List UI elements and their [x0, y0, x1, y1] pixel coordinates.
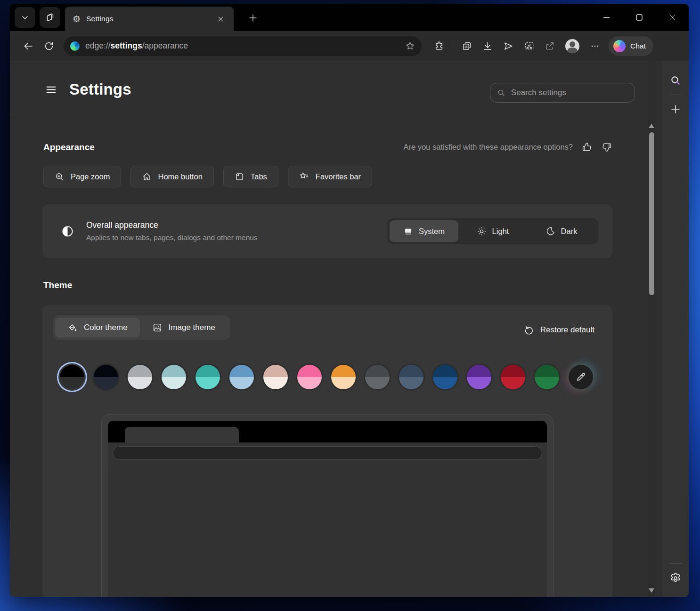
- header-divider: [10, 114, 641, 114]
- scrollbar-thumb[interactable]: [649, 132, 654, 295]
- search-settings-box[interactable]: [490, 83, 635, 103]
- search-settings-input[interactable]: [511, 88, 628, 97]
- sidebar-settings-button[interactable]: [666, 569, 685, 587]
- edge-logo-icon: [70, 41, 80, 51]
- sun-icon: [477, 226, 487, 236]
- color-swatch[interactable]: [467, 365, 491, 389]
- downloads-button[interactable]: [478, 36, 497, 56]
- toolbar-divider: [453, 40, 453, 52]
- tab-actions-menu-button[interactable]: [15, 7, 35, 28]
- color-swatch[interactable]: [331, 365, 356, 389]
- sidebar-search-button[interactable]: [666, 71, 685, 90]
- plus-icon: [670, 104, 681, 115]
- color-swatch[interactable]: [60, 365, 84, 389]
- zoom-magnifier-icon: [55, 172, 65, 182]
- image-theme-tab[interactable]: Image theme: [140, 318, 228, 338]
- scroll-up-arrow[interactable]: [649, 124, 654, 128]
- theme-heading: Theme: [43, 280, 72, 290]
- address-bar[interactable]: edge://settings/appearance: [64, 36, 422, 56]
- image-icon: [152, 322, 163, 333]
- favorites-bar-button[interactable]: Favorites bar: [288, 166, 372, 187]
- settings-header: Settings: [10, 61, 641, 101]
- back-arrow-icon: [23, 40, 34, 52]
- tab-strip: ⚙ Settings: [10, 4, 689, 31]
- back-button[interactable]: [18, 36, 38, 56]
- workspaces-button[interactable]: [40, 7, 60, 28]
- share-icon: [545, 41, 555, 51]
- extensions-button[interactable]: [429, 36, 449, 56]
- page-zoom-button[interactable]: Page zoom: [43, 166, 121, 187]
- color-swatch[interactable]: [162, 365, 186, 389]
- puzzle-icon: [434, 41, 444, 51]
- settings-and-more-button[interactable]: [585, 36, 605, 56]
- copilot-chat-button[interactable]: Chat: [609, 36, 653, 56]
- paint-bucket-icon: [67, 322, 78, 333]
- feedback-row: Are you satisfied with these appearance …: [403, 141, 613, 153]
- profile-button[interactable]: [561, 36, 584, 56]
- settings-page-content: Settings Appearance Are you satisfied wi…: [10, 61, 689, 597]
- settings-menu-button[interactable]: [43, 82, 59, 97]
- home-button-setting[interactable]: Home button: [130, 166, 213, 187]
- web-capture-icon: [524, 40, 535, 51]
- chevron-down-icon: [20, 13, 30, 22]
- minimize-button[interactable]: [590, 4, 623, 31]
- color-swatch[interactable]: [195, 365, 220, 389]
- sidebar-divider-bottom: [669, 563, 682, 564]
- overall-appearance-subtitle: Applies to new tabs, pages, dialogs and …: [86, 233, 258, 242]
- search-icon: [497, 88, 505, 97]
- thumbs-up-button[interactable]: [580, 141, 593, 153]
- tabs-setting-button[interactable]: Tabs: [223, 166, 278, 187]
- close-window-button[interactable]: [656, 4, 689, 31]
- scroll-down-arrow[interactable]: [649, 588, 654, 593]
- color-swatch[interactable]: [297, 365, 322, 389]
- send-to-devices-button[interactable]: [498, 36, 518, 56]
- theme-type-switcher: Color theme Image theme: [53, 315, 230, 340]
- share-button[interactable]: [540, 36, 560, 56]
- settings-main-pane: Settings Appearance Are you satisfied wi…: [10, 61, 641, 597]
- color-swatch[interactable]: [229, 365, 254, 389]
- star-icon: [405, 41, 415, 51]
- thumbs-down-button[interactable]: [601, 141, 613, 153]
- tab-title: Settings: [86, 15, 210, 23]
- search-icon: [670, 75, 681, 86]
- custom-color-eyedropper-button[interactable]: [569, 365, 593, 389]
- restore-icon: [524, 325, 534, 335]
- maximize-button[interactable]: [623, 4, 656, 31]
- mode-dark-button[interactable]: Dark: [527, 220, 596, 242]
- eyedropper-icon: [575, 371, 586, 383]
- color-swatch[interactable]: [128, 365, 152, 389]
- edge-browser-window: ⚙ Settings: [10, 4, 689, 597]
- color-theme-tab[interactable]: Color theme: [55, 318, 140, 338]
- tab-close-button[interactable]: [215, 14, 226, 24]
- mode-light-button[interactable]: Light: [458, 220, 527, 242]
- mode-system-button[interactable]: System: [390, 220, 458, 242]
- web-capture-button[interactable]: [519, 36, 539, 56]
- preview-toolbar: [108, 442, 547, 464]
- profile-avatar: [565, 39, 579, 53]
- restore-default-button[interactable]: Restore default: [524, 325, 594, 335]
- favorites-bar-icon: [299, 171, 309, 182]
- sidebar-add-button[interactable]: [666, 100, 685, 119]
- color-swatch[interactable]: [535, 365, 559, 389]
- color-swatch[interactable]: [365, 365, 390, 389]
- favorite-star-button[interactable]: [405, 41, 415, 51]
- theme-card: Color theme Image theme Restore default: [42, 305, 612, 597]
- refresh-button[interactable]: [39, 36, 59, 56]
- page-scrollbar[interactable]: [648, 61, 655, 597]
- collections-button[interactable]: [457, 36, 477, 56]
- color-swatch[interactable]: [433, 365, 457, 389]
- new-tab-button[interactable]: [244, 9, 261, 26]
- color-swatch[interactable]: [501, 365, 525, 389]
- color-swatch[interactable]: [263, 365, 288, 389]
- color-swatch[interactable]: [399, 365, 423, 389]
- color-swatch[interactable]: [94, 365, 118, 389]
- home-icon: [142, 172, 152, 182]
- url-text: edge://settings/appearance: [85, 41, 399, 51]
- appearance-mode-switcher: System Light Dark: [387, 218, 598, 244]
- preview-tab-strip: [108, 421, 547, 442]
- refresh-icon: [44, 41, 54, 51]
- moon-icon: [546, 226, 555, 236]
- active-tab-settings[interactable]: ⚙ Settings: [65, 7, 234, 31]
- collections-icon: [462, 41, 472, 51]
- send-icon: [503, 41, 513, 51]
